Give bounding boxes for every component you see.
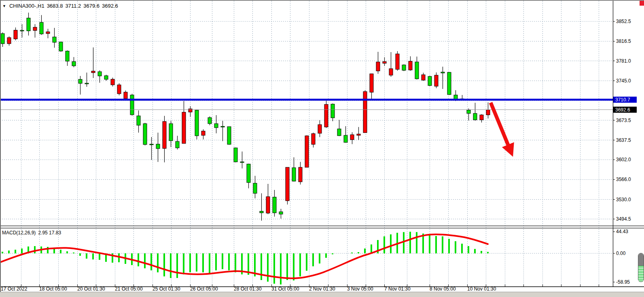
date-axis-label: 2 Nov 01:30 [309, 286, 335, 292]
price-axis[interactable]: 3852.53816.53781.03745.03673.53637.53602… [613, 19, 631, 285]
date-axis-label: 8 Nov 05:00 [430, 286, 456, 292]
macd-indicator-label: MACD(12,26,9) 2.95 17.83 [2, 230, 61, 236]
price-axis-label: 3602.0 [616, 157, 631, 162]
symbol-period-label: CHINA300-,H1 [9, 3, 44, 9]
price-axis-label: 3816.5 [616, 38, 631, 44]
macd-histogram [2, 232, 488, 284]
date-axis-label: 17 Oct 2022 [1, 286, 28, 292]
date-axis-label: 10 Nov 01:30 [467, 286, 496, 292]
hline-price-tag: 3710.7 [613, 97, 637, 103]
ohlc-open: 3683.8 [47, 3, 63, 9]
current-price-tag: 3692.6 [613, 107, 637, 113]
ohlc-high: 3711.2 [65, 3, 81, 9]
price-axis-label: 3781.0 [616, 58, 631, 64]
price-axis-label: 3566.0 [616, 177, 631, 182]
price-axis-label: 3673.5 [616, 118, 631, 123]
macd-axis-label: -58.95 [616, 279, 630, 285]
macd-values: 2.95 17.83 [38, 230, 61, 236]
date-axis-label: 31 Oct 05:00 [271, 286, 299, 292]
scroll-indicator[interactable] [638, 253, 644, 282]
pane-borders [0, 0, 644, 287]
recording-indicator [640, 0, 644, 6]
macd-axis-label: 0.00 [616, 251, 626, 256]
date-axis[interactable]: 17 Oct 202218 Oct 05:0020 Oct 01:3021 Oc… [1, 284, 599, 292]
price-axis-label: 3852.5 [616, 19, 631, 24]
window-bottom-strip [0, 292, 644, 297]
date-axis-label: 7 Nov 01:30 [384, 286, 411, 292]
price-axis-label: 3745.0 [616, 78, 631, 84]
chart-canvas[interactable]: 3852.53816.53781.03745.03673.53637.53602… [0, 0, 644, 297]
date-axis-label: 20 Oct 01:30 [77, 286, 105, 292]
chart-header[interactable]: ▼ CHINA300-,H1 3683.8 3711.2 3679.6 3692… [2, 3, 118, 9]
scroll-indicator-stripes [638, 266, 644, 282]
price-axis-label: 3494.5 [616, 216, 631, 222]
symbol-dropdown-icon[interactable]: ▼ [2, 4, 6, 8]
macd-name: MACD(12,26,9) [2, 230, 36, 236]
window-top-border [0, 0, 644, 1]
date-axis-label: 25 Oct 01:30 [153, 286, 180, 292]
date-axis-label: 28 Oct 01:30 [234, 286, 262, 292]
candles-layer [1, 13, 490, 221]
date-axis-label: 21 Oct 05:00 [115, 286, 143, 292]
scroll-indicator-thumb [638, 253, 644, 266]
price-axis-label: 3637.5 [616, 137, 631, 143]
svg-text:3710.7: 3710.7 [615, 97, 630, 103]
date-axis-label: 26 Oct 05:00 [190, 286, 218, 292]
price-axis-label: 3530.0 [616, 197, 631, 202]
horizontal-price-line[interactable] [0, 99, 613, 101]
chart-window: 3852.53816.53781.03745.03673.53637.53602… [0, 0, 644, 297]
macd-signal-line [0, 234, 488, 278]
svg-text:3692.6: 3692.6 [615, 107, 630, 113]
date-axis-label: 18 Oct 05:00 [39, 286, 67, 292]
macd-axis-label: 44.43 [616, 229, 628, 234]
date-axis-label: 3 Nov 05:00 [347, 286, 373, 292]
ohlc-close: 3692.6 [102, 3, 118, 9]
window-left-border [0, 0, 1, 292]
trend-arrow-annotation[interactable] [491, 103, 508, 146]
ohlc-low: 3679.6 [83, 3, 100, 9]
